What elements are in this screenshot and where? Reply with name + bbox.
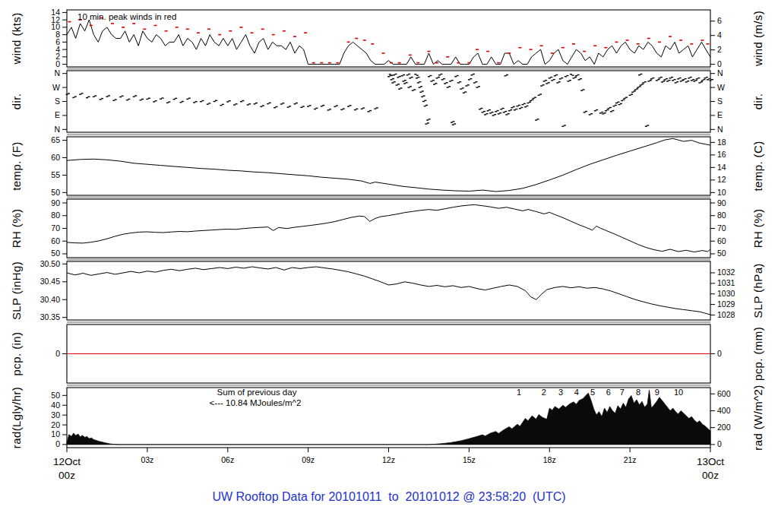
- dir-point: [403, 83, 406, 84]
- dir-point: [428, 76, 430, 77]
- dir-point: [524, 106, 527, 107]
- dir-point: [470, 78, 472, 79]
- dir-point: [578, 79, 580, 80]
- dir-point: [407, 87, 410, 87]
- dir-point: [697, 78, 700, 78]
- peak-winds-note: 10 min. peak winds in red: [77, 12, 176, 21]
- date-label: 12Oct: [53, 456, 81, 467]
- rad-day-marker: 8: [636, 388, 640, 397]
- dir-point: [307, 106, 309, 106]
- axis-title-temp-left: temp. (F): [10, 141, 23, 190]
- axis-title-rad-right: rad (W/m^2): [751, 385, 764, 450]
- dir-point: [454, 76, 457, 77]
- dir-point: [623, 100, 625, 100]
- dir-point: [532, 100, 534, 100]
- ytick-label-left-dir: W: [52, 83, 60, 92]
- dir-point: [419, 87, 421, 87]
- rad-day-marker: 9: [655, 388, 659, 397]
- dir-point: [467, 84, 470, 85]
- peak-wind-mark: [706, 43, 709, 45]
- peak-wind-mark: [293, 36, 296, 37]
- dir-point: [574, 77, 577, 78]
- dir-point: [207, 103, 209, 104]
- dir-point: [416, 74, 419, 75]
- dir-point: [462, 87, 464, 88]
- peak-wind-mark: [416, 62, 419, 64]
- peak-wind-mark: [679, 40, 682, 41]
- dir-point: [504, 75, 507, 76]
- dir-point: [612, 106, 615, 106]
- ytick-label-left-wind: 14: [51, 8, 60, 17]
- dir-point: [542, 84, 545, 85]
- dir-point: [100, 99, 102, 100]
- dir-point: [641, 84, 644, 84]
- rad-day-marker: 7: [620, 388, 625, 397]
- peak-wind-mark: [658, 42, 661, 43]
- dir-point: [463, 93, 465, 93]
- dir-point: [391, 82, 394, 83]
- dir-point: [704, 78, 706, 78]
- ytick-label-right-slp: 1028: [717, 310, 735, 319]
- dir-point: [432, 80, 435, 81]
- dir-point: [413, 89, 416, 90]
- dir-point: [535, 119, 537, 120]
- dir-point: [551, 80, 553, 81]
- dir-point: [451, 122, 453, 122]
- dir-point: [425, 123, 427, 124]
- ytick-label-left-rh: 80: [51, 211, 60, 220]
- ytick-label-left-temp: 50: [51, 188, 60, 197]
- dir-point: [369, 110, 372, 111]
- dir-point: [233, 104, 236, 105]
- dir-point: [419, 92, 422, 93]
- dir-point: [676, 81, 678, 82]
- dir-point: [618, 104, 621, 105]
- panel-box-dir: [67, 71, 710, 132]
- panel-gap-band: [67, 385, 710, 387]
- rad-day-marker: 6: [606, 388, 611, 397]
- dir-point: [254, 103, 256, 104]
- dir-point: [664, 79, 666, 80]
- dir-point: [650, 78, 653, 79]
- dir-point: [412, 90, 414, 90]
- ytick-label-right-temp: 12: [717, 175, 726, 184]
- panel-gap-band: [67, 68, 710, 70]
- dir-point: [605, 110, 607, 111]
- dir-point: [141, 99, 144, 100]
- dir-point: [395, 74, 397, 74]
- dir-point: [679, 78, 682, 78]
- dir-point: [555, 74, 558, 75]
- axis-title-wind-right: wind (m/s): [751, 11, 764, 67]
- dir-point: [526, 106, 528, 106]
- peak-wind-mark: [328, 62, 331, 64]
- dir-point: [644, 81, 647, 82]
- peak-wind-mark: [229, 30, 232, 32]
- axis-title-slp-right: SLP (hPa): [751, 263, 764, 318]
- dir-point: [693, 81, 695, 81]
- dir-point: [280, 103, 283, 104]
- dir-point: [74, 96, 77, 97]
- dir-point: [193, 102, 195, 103]
- ytick-label-right-wind: 4: [717, 30, 722, 40]
- series-rh_pct: [67, 204, 710, 252]
- dir-point: [703, 79, 705, 80]
- peak-wind-mark: [409, 55, 412, 56]
- dir-point: [513, 106, 515, 107]
- dir-point: [550, 77, 552, 78]
- dir-point: [401, 75, 403, 76]
- peak-wind-mark: [561, 47, 565, 49]
- peak-wind-mark: [68, 21, 71, 23]
- peak-wind-mark: [186, 29, 189, 30]
- ytick-label-left-slp: 30.35: [40, 312, 60, 321]
- dir-point: [441, 79, 444, 80]
- dir-point: [153, 101, 155, 102]
- ytick-label-left-dir: E: [55, 110, 60, 119]
- dir-point: [711, 79, 713, 80]
- ytick-label-left-rh: 50: [51, 249, 60, 258]
- dir-point: [606, 109, 609, 110]
- dir-point: [561, 78, 563, 78]
- dir-point: [696, 78, 698, 79]
- peak-wind-mark: [111, 23, 114, 24]
- dir-point: [293, 103, 296, 104]
- dir-point: [685, 81, 688, 82]
- dir-point: [494, 114, 496, 115]
